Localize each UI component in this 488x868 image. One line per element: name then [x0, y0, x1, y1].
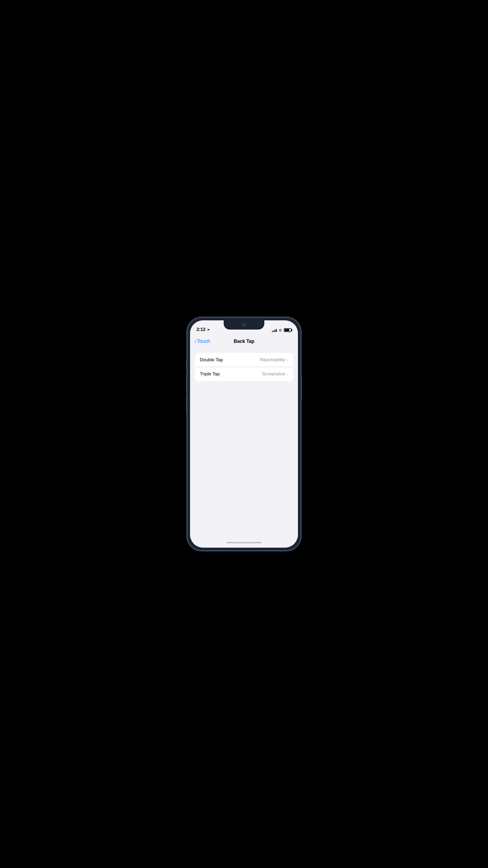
page-title: Back Tap: [234, 339, 254, 344]
signal-icon: [272, 328, 277, 332]
double-tap-value-group: Reachability ›: [260, 357, 288, 363]
triple-tap-row[interactable]: Triple Tap Screenshot ›: [195, 367, 293, 381]
home-bar: [226, 542, 262, 543]
status-time: 2:12 ➤: [197, 327, 209, 332]
signal-bar-2: [273, 330, 274, 332]
navigation-bar: ‹ Touch Back Tap: [190, 334, 298, 348]
location-icon: ➤: [207, 328, 209, 332]
mute-button[interactable]: [186, 360, 187, 370]
content-area: Double Tap Reachability › Triple Tap Scr…: [190, 348, 298, 537]
signal-bar-3: [274, 330, 275, 332]
wifi-icon: ⊜: [279, 328, 282, 332]
triple-tap-value: Screenshot: [262, 371, 285, 377]
double-tap-label: Double Tap: [200, 357, 223, 363]
home-indicator[interactable]: [190, 537, 298, 548]
back-button[interactable]: ‹ Touch: [194, 339, 210, 344]
triple-tap-value-group: Screenshot ›: [262, 371, 288, 377]
front-camera: [242, 323, 246, 327]
phone-frame: 2:12 ➤ ⊜ ‹ Touch Bac: [187, 317, 301, 551]
chevron-left-icon: ‹: [194, 339, 196, 344]
power-button[interactable]: [301, 377, 302, 401]
double-tap-value: Reachability: [260, 357, 285, 363]
volume-down-button[interactable]: [186, 395, 187, 412]
triple-tap-chevron-icon: ›: [287, 372, 288, 376]
double-tap-row[interactable]: Double Tap Reachability ›: [195, 353, 293, 367]
triple-tap-label: Triple Tap: [200, 371, 220, 377]
signal-bar-4: [276, 329, 277, 332]
battery-fill: [285, 329, 289, 331]
volume-up-button[interactable]: [186, 374, 187, 392]
status-icons: ⊜: [272, 328, 291, 332]
back-label: Touch: [197, 339, 210, 344]
phone-screen: 2:12 ➤ ⊜ ‹ Touch Bac: [190, 320, 298, 548]
double-tap-chevron-icon: ›: [287, 358, 288, 362]
time-display: 2:12: [197, 327, 205, 332]
signal-bar-1: [272, 331, 273, 332]
settings-list: Double Tap Reachability › Triple Tap Scr…: [195, 353, 293, 381]
notch: [224, 320, 264, 330]
battery-icon: [284, 328, 291, 332]
